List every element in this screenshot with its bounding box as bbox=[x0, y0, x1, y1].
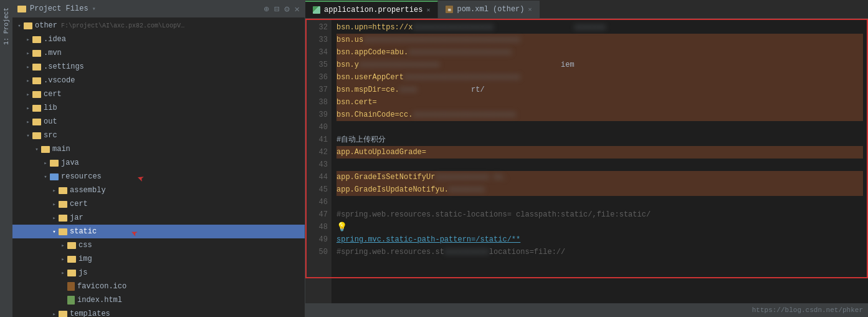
folder-icon-cert bbox=[32, 91, 41, 98]
tree-item-jar[interactable]: jar bbox=[12, 211, 305, 225]
folder-icon-main bbox=[41, 146, 50, 153]
file-icon-favicon bbox=[67, 282, 75, 291]
code-line-32: bsn.upn=https://xxxxxxxxxxxxxxxxxxx xxxx… bbox=[336, 21, 863, 34]
tree-item-css[interactable]: css bbox=[12, 238, 305, 252]
code-line-38: bsn.cert= bbox=[336, 96, 863, 109]
tab-appprops[interactable]: application.properties ✕ bbox=[305, 1, 438, 18]
tree-item-indexhtml[interactable]: index.html bbox=[12, 293, 305, 307]
tree-label-static: static bbox=[70, 227, 97, 236]
tab-close-appprops[interactable]: ✕ bbox=[426, 6, 430, 14]
folder-icon-static bbox=[59, 228, 67, 235]
chevron-src bbox=[24, 132, 32, 139]
tree-label-assembly: assembly bbox=[70, 186, 106, 195]
folder-icon-idea bbox=[32, 36, 41, 43]
tab-close-pomxml[interactable]: ✕ bbox=[528, 6, 532, 13]
tab-bar: application.properties ✕ m pom.xml (othe… bbox=[305, 0, 868, 19]
chevron-img bbox=[59, 256, 67, 263]
code-line-49[interactable]: spring.mvc.static-path-pattern=/static/*… bbox=[336, 233, 863, 246]
tree-item-templates[interactable]: templates bbox=[12, 307, 305, 317]
tab-pomxml[interactable]: m pom.xml (other) ✕ bbox=[438, 1, 540, 18]
tree-item-lib[interactable]: lib bbox=[12, 101, 305, 115]
chevron-js bbox=[59, 270, 67, 276]
folder-icon-other bbox=[24, 22, 32, 29]
tree-item-js[interactable]: js bbox=[12, 266, 305, 280]
rail-label: 1: Project bbox=[3, 7, 10, 45]
tree-item-cert[interactable]: cert bbox=[12, 87, 305, 101]
tab-label-pomxml: pom.xml (other) bbox=[457, 5, 524, 14]
sidebar-header-icons: ⊕ ⊟ ⚙ ✕ bbox=[264, 4, 300, 14]
tab-label-appprops: application.properties bbox=[324, 6, 422, 14]
tab-icon-pomxml: m bbox=[446, 6, 453, 13]
tree-item-src[interactable]: src bbox=[12, 129, 305, 142]
tree-item-main[interactable]: main bbox=[12, 142, 305, 156]
chevron-css bbox=[59, 242, 67, 249]
tree-label-jar: jar bbox=[70, 213, 83, 222]
tree-item-idea[interactable]: .idea bbox=[12, 32, 305, 46]
tree-item-cert2[interactable]: cert bbox=[12, 197, 305, 211]
chevron-mvn bbox=[24, 50, 32, 57]
tree-item-settings[interactable]: .settings bbox=[12, 60, 305, 74]
sidebar-title: Project Files bbox=[30, 4, 88, 13]
tree-label-settings: .settings bbox=[44, 62, 84, 71]
chevron-static bbox=[50, 228, 59, 235]
folder-icon-lib bbox=[32, 105, 41, 112]
close-icon[interactable]: ✕ bbox=[295, 4, 300, 14]
tree-item-other[interactable]: other F:\project\AI\axc.px82.com\LoopV5\… bbox=[12, 19, 305, 32]
root-path: F:\project\AI\axc.px82.com\LoopV5\bsn_sd… bbox=[61, 22, 186, 29]
tree-item-resources[interactable]: resources ➤ bbox=[12, 170, 305, 183]
code-editor[interactable]: bsn.upn=https://xxxxxxxxxxxxxxxxxxx xxxx… bbox=[331, 19, 868, 303]
locate-icon[interactable]: ⊕ bbox=[264, 4, 269, 14]
tree-item-img[interactable]: img bbox=[12, 252, 305, 266]
sidebar-dropdown-icon[interactable]: ▾ bbox=[92, 5, 96, 12]
code-line-50: #spring.web.resources.stxxxxxxxxxxlocati… bbox=[336, 246, 863, 258]
folder-icon-vscode bbox=[32, 77, 41, 84]
settings-icon[interactable]: ⚙ bbox=[284, 4, 289, 14]
code-line-40 bbox=[336, 121, 863, 134]
tree-label-favicon: favicon.ico bbox=[77, 282, 126, 291]
tree-label-cert2: cert bbox=[70, 200, 88, 208]
code-line-41: #自动上传积分 bbox=[336, 134, 863, 146]
folder-icon-cert2 bbox=[59, 201, 67, 208]
tree-label-main: main bbox=[52, 145, 70, 154]
tree-label-java: java bbox=[61, 158, 79, 167]
sidebar-header: Project Files ▾ ⊕ ⊟ ⚙ ✕ bbox=[12, 0, 305, 17]
editor-body: 32 33 34 35 36 37 38 39 40 41 42 43 44 4… bbox=[305, 19, 868, 303]
tree-label-other: other bbox=[35, 21, 57, 30]
status-bar: https://blog.csdn.net/phker bbox=[305, 303, 868, 317]
folder-icon-resources bbox=[50, 173, 59, 180]
folder-icon-assembly bbox=[59, 187, 67, 194]
folder-icon-js bbox=[67, 270, 76, 276]
tree-item-java[interactable]: java bbox=[12, 156, 305, 170]
tree-item-static[interactable]: static ➤ bbox=[12, 225, 305, 238]
tree-label-css: css bbox=[79, 241, 92, 250]
tree-label-src: src bbox=[44, 131, 57, 140]
tree-label-mvn: .mvn bbox=[44, 49, 62, 57]
tree-label-indexhtml: index.html bbox=[77, 296, 122, 305]
chevron-jar bbox=[50, 215, 59, 222]
bulb-icon: 💡 bbox=[336, 221, 347, 233]
left-rail: 1: Project bbox=[0, 0, 12, 317]
arrow-static: ➤ bbox=[128, 225, 140, 241]
chevron-vscode bbox=[24, 77, 32, 84]
chevron-main bbox=[32, 146, 41, 153]
chevron-cert2 bbox=[50, 201, 59, 208]
code-line-35: bsn.yxxxxxxxxxxxxxxxxxx iem bbox=[336, 59, 863, 71]
project-folder-icon bbox=[17, 6, 26, 12]
code-line-34: bsn.appCode=abu.xxxxxxxxxxxxxxxxxxxxxxx bbox=[336, 46, 863, 59]
tree-item-favicon[interactable]: favicon.ico bbox=[12, 280, 305, 293]
sidebar: Project Files ▾ ⊕ ⊟ ⚙ ✕ other F:\project… bbox=[12, 0, 305, 317]
tree-label-js: js bbox=[79, 268, 87, 277]
chevron-resources bbox=[41, 173, 50, 180]
collapse-icon[interactable]: ⊟ bbox=[274, 4, 279, 14]
tree-item-assembly[interactable]: assembly bbox=[12, 183, 305, 197]
code-line-46 bbox=[336, 196, 863, 208]
folder-icon-out bbox=[32, 119, 41, 125]
folder-icon-img bbox=[67, 256, 76, 263]
code-line-48: 💡 bbox=[336, 221, 863, 233]
tree-item-mvn[interactable]: .mvn bbox=[12, 46, 305, 60]
tree-label-cert: cert bbox=[44, 90, 62, 99]
folder-icon-src bbox=[32, 132, 41, 139]
tree-item-vscode[interactable]: .vscode bbox=[12, 74, 305, 87]
code-line-33: bsn.usxxxxxxxxxxxxxxxxxxxxxxxxxxxxxxxxxx… bbox=[336, 34, 863, 46]
tree-item-out[interactable]: out bbox=[12, 115, 305, 129]
